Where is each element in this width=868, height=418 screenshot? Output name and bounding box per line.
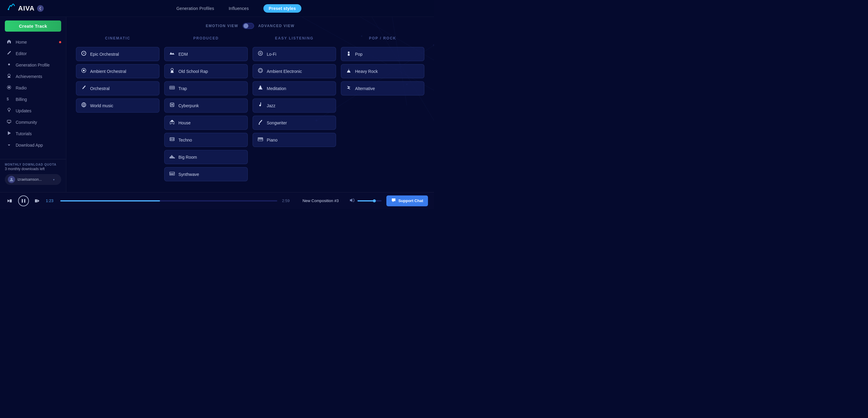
epic-orchestral-icon (81, 50, 87, 58)
view-toggle-switch[interactable] (243, 23, 254, 29)
heavy-rock-icon (345, 67, 352, 75)
prev-track-button[interactable] (6, 197, 13, 204)
sidebar-item-billing[interactable]: $ Billing (0, 94, 66, 105)
genre-btn-piano[interactable]: Piano (253, 133, 336, 147)
svg-marker-68 (37, 199, 39, 202)
epic-orchestral-label: Epic Orchestral (90, 52, 119, 57)
tutorials-icon (6, 131, 12, 137)
updates-icon (6, 108, 12, 114)
sidebar-item-editor[interactable]: Editor (0, 48, 66, 59)
genre-btn-old-school-rap[interactable]: Old School Rap (164, 64, 248, 78)
collapse-sidebar-button[interactable]: ❮ (37, 5, 44, 12)
sidebar-item-radio[interactable]: Radio (0, 82, 66, 94)
nav-influences[interactable]: Influences (229, 6, 249, 11)
radio-icon (6, 85, 12, 91)
create-track-button[interactable]: Create Track (5, 21, 61, 32)
svg-point-21 (83, 70, 85, 71)
genre-btn-edm[interactable]: EDM (164, 47, 248, 61)
songwriter-icon (257, 119, 264, 127)
svg-point-19 (10, 178, 12, 180)
progress-bar[interactable] (60, 200, 277, 201)
sidebar-item-community[interactable]: Community (0, 117, 66, 128)
genre-btn-epic-orchestral[interactable]: Epic Orchestral (76, 47, 159, 61)
volume-fill (358, 200, 374, 201)
next-track-button[interactable] (34, 197, 41, 204)
genre-btn-heavy-rock[interactable]: Heavy Rock (341, 64, 424, 78)
ambient-orchestral-icon (81, 67, 87, 75)
genre-btn-jazz[interactable]: Jazz (253, 98, 336, 112)
svg-rect-48 (173, 174, 174, 175)
genre-column-cinematic: CINEMATICEpic OrchestralAmbient Orchestr… (76, 36, 159, 181)
svg-point-55 (258, 124, 260, 125)
sidebar-item-download-app[interactable]: Download App (0, 139, 66, 151)
piano-icon (257, 136, 264, 143)
sidebar-item-label: Download App (16, 143, 43, 148)
genre-btn-lo-fi[interactable]: Lo-Fi (253, 47, 336, 61)
view-toggle-row: EMOTION VIEW ADVANCED VIEW (76, 23, 424, 29)
download-app-icon (6, 142, 12, 148)
sidebar-item-label: Home (16, 40, 27, 44)
genre-btn-cyberpunk[interactable]: Cyberpunk (164, 98, 248, 112)
genre-btn-alternative[interactable]: Alternative (341, 81, 424, 95)
nav-generation-profiles[interactable]: Generation Profiles (176, 6, 214, 11)
world-music-label: World music (90, 103, 113, 108)
genre-column-pop-rock: POP / ROCKPopHeavy RockAlternative (341, 36, 424, 181)
sidebar-item-label: Billing (16, 97, 27, 102)
progress-fill (60, 200, 160, 201)
trap-icon (169, 85, 176, 92)
jazz-label: Jazz (267, 103, 276, 108)
support-chat-button[interactable]: Support Chat (386, 195, 428, 206)
user-name: izraelsamson... (18, 178, 51, 182)
sidebar-item-updates[interactable]: Updates (0, 105, 66, 117)
genre-btn-trap[interactable]: Trap (164, 81, 248, 95)
volume-section (350, 198, 381, 203)
genre-btn-big-room[interactable]: Big Room (164, 150, 248, 164)
genre-btn-pop[interactable]: Pop (341, 47, 424, 61)
sidebar-item-label: Generation Profile (16, 63, 50, 67)
sidebar-item-label: Radio (16, 86, 27, 90)
genre-btn-meditation[interactable]: Meditation (253, 81, 336, 95)
sidebar-item-tutorials[interactable]: Tutorials (0, 128, 66, 139)
genre-btn-ambient-electronic[interactable]: Ambient Electronic (253, 64, 336, 78)
volume-knob (373, 199, 376, 202)
chevron-down-icon: ▾ (53, 178, 55, 181)
svg-point-12 (8, 74, 10, 76)
user-menu[interactable]: izraelsamson... ▾ (5, 174, 61, 185)
svg-rect-43 (170, 172, 175, 175)
play-pause-button[interactable] (18, 195, 29, 206)
user-avatar (8, 176, 15, 183)
sidebar-item-home[interactable]: Home (0, 36, 66, 48)
nav-preset-styles[interactable]: Preset styles (264, 4, 301, 13)
ambient-electronic-label: Ambient Electronic (267, 69, 302, 74)
sidebar-item-achievements[interactable]: Achievements (0, 71, 66, 82)
achievements-icon (6, 73, 12, 79)
synthwave-label: Synthwave (179, 172, 199, 177)
meditation-label: Meditation (267, 86, 286, 91)
genre-btn-ambient-orchestral[interactable]: Ambient Orchestral (76, 64, 159, 78)
alternative-label: Alternative (355, 86, 375, 91)
sidebar-item-label: Tutorials (16, 131, 32, 136)
genre-btn-house[interactable]: House (164, 116, 248, 130)
genre-btn-techno[interactable]: Techno (164, 133, 248, 147)
genre-btn-world-music[interactable]: World music (76, 98, 159, 112)
genre-btn-orchestral[interactable]: Orchestral (76, 81, 159, 95)
volume-bar[interactable] (358, 200, 381, 201)
community-icon (6, 119, 12, 125)
svg-point-10 (8, 9, 9, 10)
genre-btn-synthwave[interactable]: Synthwave (164, 167, 248, 181)
total-time: 2:59 (282, 198, 292, 203)
genre-btn-songwriter[interactable]: Songwriter (253, 116, 336, 130)
content-area: EMOTION VIEW ADVANCED VIEW CINEMATICEpic… (66, 17, 434, 192)
sidebar-item-label: Updates (16, 108, 31, 113)
sidebar-footer: MONTHLY DOWNLOAD QUOTA 3 monthly downloa… (0, 159, 66, 189)
genre-column-header-pop-rock: POP / ROCK (341, 36, 424, 41)
genre-column-produced: PRODUCEDEDMOld School RapTrapCyberpunkHo… (164, 36, 248, 181)
big-room-label: Big Room (179, 155, 197, 160)
sidebar-item-generation-profile[interactable]: Generation Profile (0, 59, 66, 71)
svg-point-51 (260, 53, 261, 54)
synthwave-icon (169, 170, 176, 178)
svg-marker-18 (8, 131, 11, 135)
quota-label: MONTHLY DOWNLOAD QUOTA (5, 163, 61, 166)
svg-rect-47 (172, 174, 173, 175)
genre-column-easy-listening: EASY LISTENINGLo-FiAmbient ElectronicMed… (253, 36, 336, 181)
